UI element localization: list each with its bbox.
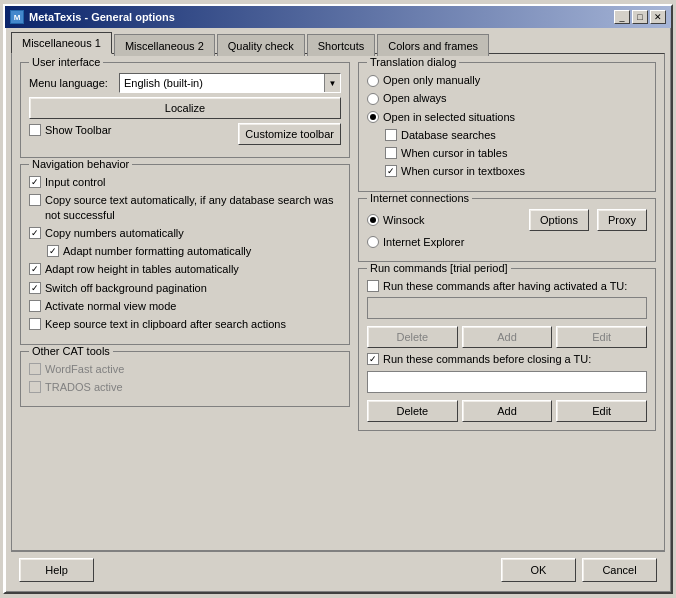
left-panel: User interface Menu language: English (b…: [20, 62, 350, 542]
titlebar: M MetaTexis - General options _ □ ✕: [5, 6, 671, 28]
tab-shortcuts[interactable]: Shortcuts: [307, 34, 375, 56]
localize-button[interactable]: Localize: [29, 97, 341, 119]
translation-dialog-title: Translation dialog: [367, 56, 459, 68]
db-searches-row: Database searches: [385, 128, 647, 142]
help-button[interactable]: Help: [19, 558, 94, 582]
before-label: Run these commands before closing a TU:: [383, 352, 591, 366]
menu-language-row: Menu language: English (built-in) ▼: [29, 73, 341, 93]
adapt-row-checkbox[interactable]: [29, 263, 41, 275]
nav-item-7: Keep source text in clipboard after sear…: [29, 317, 341, 331]
ie-row: Internet Explorer: [367, 235, 647, 249]
maximize-button[interactable]: □: [632, 10, 648, 24]
adapt-row-label: Adapt row height in tables automatically: [45, 262, 239, 276]
show-toolbar-row: Show Toolbar Customize toolbar: [29, 123, 341, 145]
translation-dialog-content: Open only manually Open always Open in s…: [367, 73, 647, 179]
cancel-button[interactable]: Cancel: [582, 558, 657, 582]
after-btn-row: Delete Add Edit: [367, 326, 647, 348]
proxy-button[interactable]: Proxy: [597, 209, 647, 231]
adapt-format-checkbox[interactable]: [47, 245, 59, 257]
switch-bg-checkbox[interactable]: [29, 282, 41, 294]
trados-row: TRADOS active: [29, 380, 341, 394]
other-cat-title: Other CAT tools: [29, 345, 113, 357]
after-delete-button[interactable]: Delete: [367, 326, 458, 348]
before-input[interactable]: [367, 371, 647, 393]
input-control-label: Input control: [45, 175, 106, 189]
nav-item-2: Copy numbers automatically: [29, 226, 341, 240]
titlebar-title: M MetaTexis - General options: [10, 10, 175, 24]
cursor-textboxes-row: When cursor in textboxes: [385, 164, 647, 178]
nav-item-5: Switch off background pagination: [29, 281, 341, 295]
menu-language-value: English (built-in): [120, 76, 324, 90]
nav-item-4: Adapt row height in tables automatically: [29, 262, 341, 276]
cursor-textboxes-label: When cursor in textboxes: [401, 164, 525, 178]
nav-item-6: Activate normal view mode: [29, 299, 341, 313]
after-edit-button[interactable]: Edit: [556, 326, 647, 348]
user-interface-content: Menu language: English (built-in) ▼ Loca…: [29, 73, 341, 145]
minimize-button[interactable]: _: [614, 10, 630, 24]
open-manually-radio[interactable]: [367, 75, 379, 87]
dropdown-arrow: ▼: [324, 74, 340, 92]
footer: Help OK Cancel: [11, 551, 665, 586]
tab-content: User interface Menu language: English (b…: [11, 53, 665, 551]
run-commands-content: Run these commands after having activate…: [367, 279, 647, 422]
before-edit-button[interactable]: Edit: [556, 400, 647, 422]
navigation-group: Navigation behavior Input control Copy s…: [20, 164, 350, 345]
tabs-bar: Miscellaneous 1 Miscellaneous 2 Quality …: [11, 32, 665, 54]
content-area: Miscellaneous 1 Miscellaneous 2 Quality …: [5, 28, 671, 592]
show-toolbar-checkbox[interactable]: [29, 124, 41, 136]
keep-source-checkbox[interactable]: [29, 318, 41, 330]
before-delete-button[interactable]: Delete: [367, 400, 458, 422]
switch-bg-label: Switch off background pagination: [45, 281, 207, 295]
ok-button[interactable]: OK: [501, 558, 576, 582]
tab-colors[interactable]: Colors and frames: [377, 34, 489, 56]
winsock-label: Winsock: [383, 213, 525, 227]
activate-normal-checkbox[interactable]: [29, 300, 41, 312]
copy-source-checkbox[interactable]: [29, 194, 41, 206]
open-always-radio[interactable]: [367, 93, 379, 105]
after-input[interactable]: [367, 297, 647, 319]
tab-quality[interactable]: Quality check: [217, 34, 305, 56]
winsock-radio[interactable]: [367, 214, 379, 226]
wordfast-checkbox[interactable]: [29, 363, 41, 375]
cursor-tables-checkbox[interactable]: [385, 147, 397, 159]
translation-dialog-group: Translation dialog Open only manually Op…: [358, 62, 656, 192]
wordfast-label: WordFast active: [45, 362, 124, 376]
footer-right: OK Cancel: [501, 558, 657, 582]
before-add-button[interactable]: Add: [462, 400, 553, 422]
right-panel: Translation dialog Open only manually Op…: [358, 62, 656, 542]
tab-misc1[interactable]: Miscellaneous 1: [11, 32, 112, 54]
close-button[interactable]: ✕: [650, 10, 666, 24]
run-commands-title: Run commands [trial period]: [367, 262, 511, 274]
ie-radio[interactable]: [367, 236, 379, 248]
before-row: Run these commands before closing a TU:: [367, 352, 647, 366]
after-checkbox[interactable]: [367, 280, 379, 292]
internet-group: Internet connections Winsock Options Pro…: [358, 198, 656, 262]
options-button[interactable]: Options: [529, 209, 589, 231]
open-manually-label: Open only manually: [383, 73, 480, 87]
cursor-tables-row: When cursor in tables: [385, 146, 647, 160]
cursor-tables-label: When cursor in tables: [401, 146, 507, 160]
run-commands-group: Run commands [trial period] Run these co…: [358, 268, 656, 431]
trados-label: TRADOS active: [45, 380, 123, 394]
trados-checkbox[interactable]: [29, 381, 41, 393]
main-window: M MetaTexis - General options _ □ ✕ Misc…: [3, 4, 673, 594]
after-add-button[interactable]: Add: [462, 326, 553, 348]
open-manually-row: Open only manually: [367, 73, 647, 87]
menu-language-dropdown[interactable]: English (built-in) ▼: [119, 73, 341, 93]
before-checkbox[interactable]: [367, 353, 379, 365]
open-always-row: Open always: [367, 91, 647, 105]
nav-item-3: Adapt number formatting automatically: [47, 244, 341, 258]
other-cat-content: WordFast active TRADOS active: [29, 362, 341, 395]
db-searches-checkbox[interactable]: [385, 129, 397, 141]
user-interface-group: User interface Menu language: English (b…: [20, 62, 350, 158]
cursor-textboxes-checkbox[interactable]: [385, 165, 397, 177]
input-control-checkbox[interactable]: [29, 176, 41, 188]
copy-numbers-checkbox[interactable]: [29, 227, 41, 239]
after-label: Run these commands after having activate…: [383, 279, 627, 293]
other-cat-group: Other CAT tools WordFast active TRADOS a…: [20, 351, 350, 408]
keep-source-label: Keep source text in clipboard after sear…: [45, 317, 286, 331]
db-searches-label: Database searches: [401, 128, 496, 142]
tab-misc2[interactable]: Miscellaneous 2: [114, 34, 215, 56]
customize-toolbar-button[interactable]: Customize toolbar: [238, 123, 341, 145]
open-selected-radio[interactable]: [367, 111, 379, 123]
